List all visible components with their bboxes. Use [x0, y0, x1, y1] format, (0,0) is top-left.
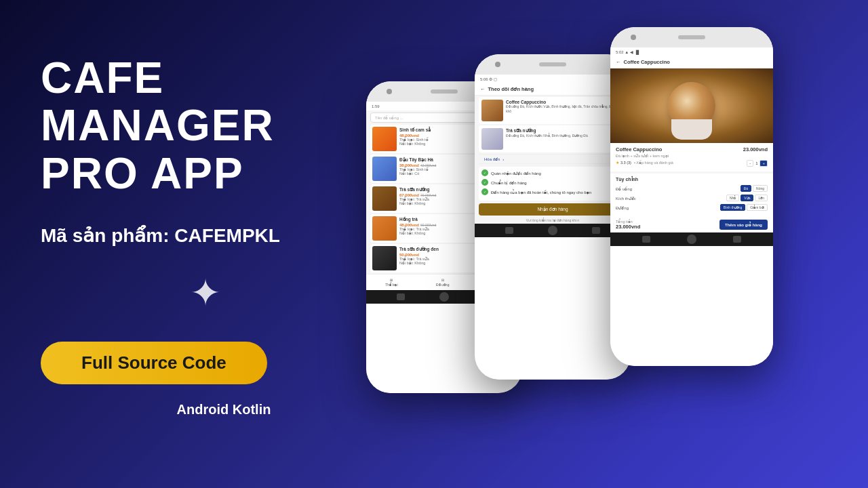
phones-container: 1:59 ⚙ ◻ Tên đồ uống ... Sinh tố cam sả … [339, 0, 868, 488]
phone-2-screen: 5:06 ⚙ ◻ ← Theo dõi đơn hàng Coffee Capp… [475, 75, 631, 224]
order-item-1: Coffee Cappuccino Đồ uống Đá, Kích thước… [479, 97, 627, 124]
phone-3-top [610, 27, 773, 47]
chip-binh-thuong[interactable]: Bình thường [720, 204, 745, 211]
chip-da[interactable]: Đá [741, 185, 751, 192]
phone-2-top [475, 54, 631, 75]
phone-2-status: 5:06 ⚙ ◻ [475, 75, 631, 83]
chip-vua[interactable]: Vừa [741, 195, 753, 201]
status-dot-1 [481, 169, 488, 176]
star-decoration [190, 271, 221, 314]
phone-3-screen: 5:02 ▲ ◀ ▐▌ ← Coffee Cappuccino Coffee C… [610, 47, 773, 232]
do-uong-row: Đồ uống Đá Nóng [616, 185, 768, 192]
order-thumb-milk [481, 128, 503, 150]
kich-thuoc-row: Kích thước Nhỏ Vừa Lớn [616, 195, 768, 201]
status-dot-2 [481, 179, 488, 186]
phone-2-camera [495, 62, 500, 67]
total-row: Tổng tiền 23.000vnd Thêm vào giỏ hàng [610, 217, 773, 232]
phone-2: 5:06 ⚙ ◻ ← Theo dõi đơn hàng Coffee Capp… [475, 54, 631, 380]
drink-thumb-4 [372, 216, 397, 241]
chip-giam-bot[interactable]: Giảm bớt [747, 204, 768, 211]
customize-section: Tùy chỉnh Đồ uống Đá Nóng Kích thước Nhỏ… [610, 171, 773, 217]
phone-3-home-bar [610, 232, 773, 246]
phone-3-status: 5:02 ▲ ◀ ▐▌ [610, 47, 773, 56]
order-item-2: Trà sữa nướng Đồ uống Đá, Kích thước Nhỏ… [479, 125, 627, 152]
product-image [610, 68, 773, 143]
confirm-note: Vui lòng kiểm tra lại đơn hàng khi n [479, 218, 627, 222]
drink-thumb-2 [372, 157, 397, 181]
status-section: Quán nhận được đơn hàng Chuẩn bị đơn hàn… [479, 167, 627, 201]
phone-3-body: 5:02 ▲ ◀ ▐▌ ← Coffee Cappuccino Coffee C… [610, 27, 773, 366]
chip-nho[interactable]: Nhỏ [726, 195, 739, 201]
order-thumb-capu [481, 100, 503, 121]
chip-nong[interactable]: Nóng [753, 185, 768, 192]
drink-thumb-5 [372, 246, 397, 270]
chip-lon[interactable]: Lớn [755, 195, 768, 201]
duong-row: Đường Bình thường Giảm bớt [616, 204, 768, 211]
phone-2-header: ← Theo dõi đơn hàng [475, 83, 631, 96]
phone-3-speaker [678, 35, 705, 39]
product-detail-section: Coffee Cappuccino 23.000vnd Đá lạnh + sữ… [610, 143, 773, 171]
cappuccino-visual [610, 68, 773, 143]
drink-thumb-3 [372, 186, 397, 211]
hoa-don-row[interactable]: Hóa đơn › [479, 154, 627, 164]
phone-3-header: ← Coffee Cappuccino [610, 56, 773, 68]
phone-1-camera [387, 89, 392, 94]
phone-3-camera [631, 35, 636, 40]
phone-2-speaker [539, 62, 566, 66]
add-cart-btn[interactable]: Thêm vào giỏ hàng [719, 220, 768, 230]
full-source-code-button[interactable]: Full Source Code [41, 342, 267, 384]
confirm-btn[interactable]: Nhận đơn hàng [479, 203, 627, 216]
phone-1-speaker [431, 89, 458, 94]
phone-2-body: 5:06 ⚙ ◻ ← Theo dõi đơn hàng Coffee Capp… [475, 54, 631, 380]
phone-2-home-bar [475, 224, 631, 237]
cappuccino-cup [671, 119, 712, 140]
phone-3: 5:02 ▲ ◀ ▐▌ ← Coffee Cappuccino Coffee C… [610, 27, 773, 366]
rating-row: ★ 3.3 (3) • Xếp hàng và đánh giá [616, 161, 673, 165]
status-dot-3 [481, 188, 488, 195]
drink-thumb-1 [372, 127, 397, 151]
